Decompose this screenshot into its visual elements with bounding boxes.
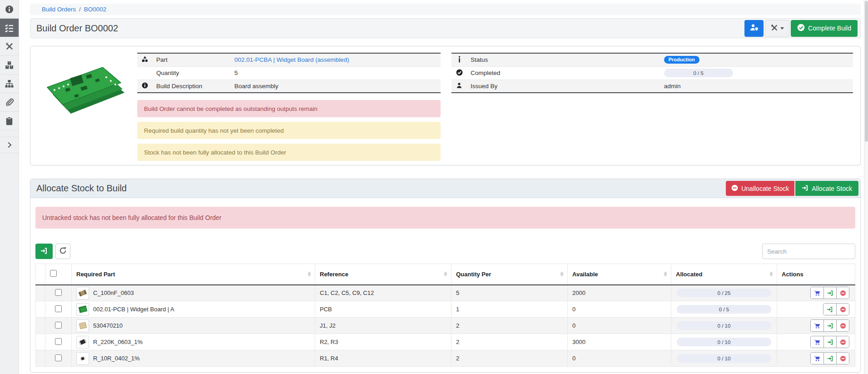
row-checkbox[interactable] <box>55 289 62 296</box>
allocated-progress: 0 / 10 <box>677 321 771 330</box>
sidebar-item-attachments[interactable] <box>0 93 19 112</box>
build-info-table: Part 002.01-PCBA | Widget Board (assembl… <box>137 53 441 93</box>
check-circle-icon <box>456 70 463 77</box>
allocate-row-button[interactable] <box>823 304 836 315</box>
part-image[interactable] <box>38 53 131 130</box>
page-title: Build Order BO0002 <box>36 23 118 34</box>
paperclip-icon <box>5 98 14 106</box>
resistor-0603-thumb[interactable] <box>76 336 89 349</box>
pcb-thumb[interactable] <box>76 303 89 316</box>
table-row: R_220K_0603_1% R2, R3 2 3000 0 / 10 <box>36 334 855 350</box>
issued-by-label: Issued By <box>467 80 660 93</box>
info-icon <box>458 57 461 64</box>
row-checkbox[interactable] <box>55 354 62 361</box>
complete-build-button[interactable]: Complete Build <box>791 20 858 37</box>
build-details-card: Part 002.01-PCBA | Widget Board (assembl… <box>30 46 861 165</box>
column-header-allocated[interactable]: Allocated <box>671 264 777 285</box>
issued-by-row: Issued By admin <box>451 80 853 93</box>
column-header-available[interactable]: Available <box>568 264 671 285</box>
breadcrumb-link-bo0002[interactable]: BO0002 <box>84 6 107 13</box>
quantity-per-cell: 2 <box>451 334 568 350</box>
row-actions <box>810 336 849 348</box>
details-right-column: Status Production Completed 0 / 5 Issued… <box>451 53 853 159</box>
sidebar-item-details[interactable] <box>0 0 19 19</box>
remove-allocation-button[interactable] <box>836 336 849 348</box>
row-actions <box>823 303 849 315</box>
build-actions-menu-button[interactable] <box>765 20 789 37</box>
allocate-stock-card: Allocate Stock to Build Unallocate Stock… <box>30 179 861 373</box>
capacitor-thumb[interactable] <box>76 287 89 299</box>
resistor-0402-thumb[interactable] <box>76 352 89 365</box>
chevron-right-icon <box>6 142 13 148</box>
sort-icon <box>664 272 667 277</box>
admin-button[interactable] <box>744 20 764 37</box>
part-link[interactable]: 002.01-PCBA | Widget Board (assembled) <box>234 56 349 63</box>
part-link[interactable]: 530470210 <box>93 322 123 329</box>
required-parts-rows: C_100nF_0603 C1, C2, C5, C9, C12 5 2000 … <box>36 285 855 367</box>
breadcrumb: Build Orders / BO0002 <box>30 4 861 15</box>
available-cell: 2000 <box>568 285 671 301</box>
main-content: Build Orders / BO0002 Build Order BO0002… <box>30 0 861 373</box>
cart-button[interactable] <box>811 353 823 364</box>
column-label: Quantity Per <box>456 271 491 278</box>
cart-button[interactable] <box>811 320 823 331</box>
select-all-checkbox[interactable] <box>50 270 57 277</box>
remove-allocation-button[interactable] <box>836 320 849 331</box>
page-scrollbar-thumb[interactable] <box>865 1 868 142</box>
alert-outstanding-outputs: Build Order cannot be completed as outst… <box>137 100 441 117</box>
cart-button[interactable] <box>811 336 823 348</box>
page-header: Build Order BO0002 Complete Build <box>30 18 861 38</box>
issued-by-value: admin <box>660 80 853 93</box>
table-row: R_10R_0402_1% R1, R4 2 0 0 / 10 <box>36 350 855 367</box>
allocate-row-button[interactable] <box>823 336 836 348</box>
breadcrumb-link-build-orders[interactable]: Build Orders <box>42 6 76 13</box>
allocate-row-button[interactable] <box>823 287 836 299</box>
sidebar-expand-button[interactable] <box>0 137 19 153</box>
page-scrollbar[interactable] <box>864 0 868 374</box>
status-row: Status Production <box>451 53 853 66</box>
row-actions <box>810 352 849 364</box>
part-link[interactable]: R_10R_0402_1% <box>93 355 140 362</box>
allocate-row-button[interactable] <box>823 320 836 331</box>
sidebar-item-build-outputs[interactable] <box>0 37 19 56</box>
row-checkbox[interactable] <box>55 322 62 329</box>
sidebar-item-completed-outputs[interactable] <box>0 56 19 75</box>
allocate-row-button[interactable] <box>823 353 836 364</box>
remove-allocation-button[interactable] <box>836 287 849 299</box>
expand-column-header <box>36 264 45 285</box>
part-link[interactable]: 002.01-PCB | Widget Board | A <box>93 306 174 313</box>
row-checkbox[interactable] <box>55 305 62 312</box>
quantity-label: Quantity <box>153 66 231 80</box>
allocate-selected-button[interactable] <box>35 244 53 259</box>
sidebar-item-allocate-stock[interactable] <box>0 19 19 37</box>
column-header-required-part[interactable]: Required Part <box>72 264 315 285</box>
remove-allocation-button[interactable] <box>836 304 849 315</box>
allocated-progress: 0 / 10 <box>677 338 771 346</box>
minus-circle-icon <box>731 185 738 193</box>
column-header-quantity-per[interactable]: Quantity Per <box>451 264 568 285</box>
select-all-header <box>45 264 72 285</box>
sign-in-icon <box>802 185 808 193</box>
column-label: Actions <box>782 271 804 278</box>
row-actions <box>810 287 849 299</box>
available-cell: 3000 <box>568 334 671 350</box>
status-badge: Production <box>664 56 699 64</box>
remove-allocation-button[interactable] <box>836 353 849 364</box>
row-checkbox[interactable] <box>55 338 62 345</box>
alert-quantity-incomplete: Required build quantity has not yet been… <box>137 122 441 139</box>
unallocate-stock-button[interactable]: Unallocate Stock <box>726 181 794 196</box>
quantity-per-cell: 1 <box>451 301 568 318</box>
sidebar-item-child-builds[interactable] <box>0 75 19 93</box>
connector-thumb[interactable] <box>76 319 89 332</box>
description-label: Build Description <box>153 80 231 93</box>
search-input[interactable] <box>762 244 855 259</box>
sidebar-item-notes[interactable] <box>0 112 19 130</box>
allocate-stock-button[interactable]: Allocate Stock <box>795 181 858 196</box>
cart-button[interactable] <box>811 287 823 299</box>
part-link[interactable]: R_220K_0603_1% <box>93 339 143 345</box>
part-link[interactable]: C_100nF_0603 <box>93 289 134 296</box>
reference-cell: R2, R3 <box>315 334 451 350</box>
column-header-reference[interactable]: Reference <box>315 264 451 285</box>
refresh-table-button[interactable] <box>55 244 70 259</box>
status-label: Status <box>467 53 660 66</box>
